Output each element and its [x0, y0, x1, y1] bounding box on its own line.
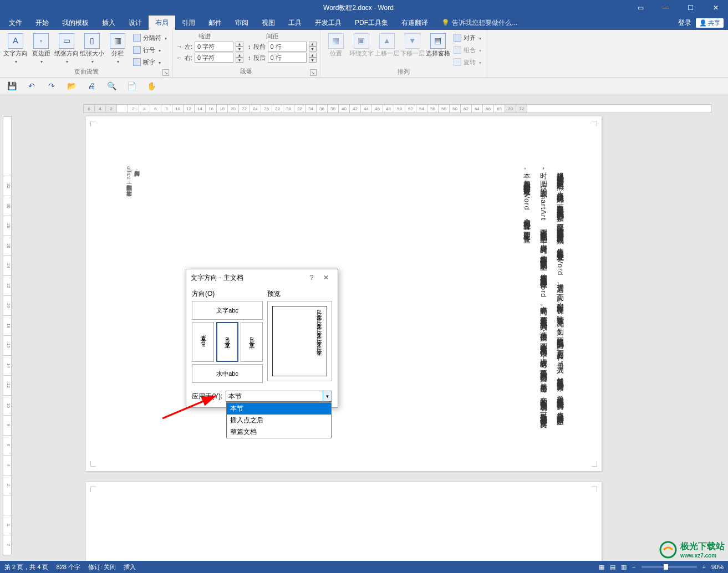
qat-touch-icon[interactable]: ✋: [146, 81, 156, 91]
zoom-in-button[interactable]: +: [702, 564, 706, 570]
text-direction-dialog: 文字方向 - 主文档 ? ✕ 方向(O) 文字abc 文字abc 文字abc 文…: [186, 269, 338, 408]
chevron-down-icon: [164, 34, 167, 41]
qat-print-icon[interactable]: 🖨: [86, 81, 96, 91]
tab-insert[interactable]: 插入: [95, 16, 122, 30]
spin-up[interactable]: ▲: [236, 53, 243, 58]
btn-text-direction[interactable]: A文字方向: [3, 32, 28, 65]
wrap-icon: ▣: [354, 33, 369, 49]
orient-option-v2[interactable]: 文字abc: [216, 322, 238, 362]
zoom-level[interactable]: 90%: [711, 564, 724, 570]
btn-forward[interactable]: ▲上移一层: [375, 32, 399, 57]
orient-option-v3[interactable]: 文字abc: [241, 322, 263, 362]
spin-up[interactable]: ▲: [236, 42, 243, 47]
tab-references[interactable]: 引用: [175, 16, 202, 30]
btn-rotate[interactable]: 旋转: [451, 57, 483, 68]
tab-design[interactable]: 设计: [122, 16, 149, 30]
window-title: Word教程2.docx - Word: [89, 3, 628, 13]
document-vertical-text[interactable]: 视频提供了功能强大的方法帮助您证明您的观点。当您单击联机视频时，可以在想要添加的…: [363, 166, 568, 416]
login-button[interactable]: 登录: [678, 18, 691, 28]
btn-align[interactable]: 对齐: [451, 32, 483, 43]
btn-selection-pane[interactable]: ▤选择窗格: [426, 32, 450, 57]
view-web-icon[interactable]: ▥: [621, 564, 627, 571]
orient-option-horizontal[interactable]: 文字abc: [192, 301, 263, 320]
tab-home[interactable]: 开始: [29, 16, 55, 30]
share-button[interactable]: 👤共享: [696, 18, 724, 28]
spin-down[interactable]: ▼: [236, 58, 243, 63]
zoom-slider[interactable]: [642, 566, 697, 568]
btn-line-numbers[interactable]: 行号: [131, 44, 169, 55]
title-bar: Word教程2.docx - Word ▭ — ☐ ✕: [0, 0, 728, 16]
btn-columns[interactable]: ▥分栏: [105, 32, 130, 65]
dialog-launcher-paragraph[interactable]: ↘: [310, 69, 317, 76]
tab-translate[interactable]: 有道翻译: [395, 16, 435, 30]
minimize-button[interactable]: —: [653, 0, 678, 16]
dropdown-option[interactable]: 整篇文档: [227, 426, 331, 438]
status-page[interactable]: 第 2 页，共 4 页: [4, 563, 48, 571]
chevron-down-icon: [90, 58, 94, 65]
spin-up[interactable]: ▲: [309, 42, 317, 47]
dialog-help-button[interactable]: ?: [304, 274, 319, 282]
spin-up[interactable]: ▲: [309, 53, 317, 58]
btn-group[interactable]: 组合: [451, 44, 483, 55]
tell-me-search[interactable]: 💡 告诉我您想要做什么...: [441, 18, 517, 28]
qat-undo-icon[interactable]: ↶: [27, 81, 37, 91]
btn-margins[interactable]: ▫页边距: [29, 32, 53, 65]
maximize-button[interactable]: ☐: [678, 0, 703, 16]
qat-open-icon[interactable]: 📂: [67, 81, 77, 91]
dialog-close-button[interactable]: ✕: [319, 274, 333, 282]
page-1[interactable]: 参列脚注内容： office 系列软件中的一款，用于处理文字。 视频提供了功能强…: [86, 116, 602, 471]
menu-bar: 文件 开始 我的模板 插入 设计 布局 引用 邮件 审阅 视图 工具 开发工具 …: [0, 16, 728, 30]
space-after-input[interactable]: 0 行: [268, 53, 307, 63]
space-before-input[interactable]: 0 行: [268, 42, 307, 52]
btn-backward[interactable]: ▼下移一层: [400, 32, 425, 57]
view-print-layout-icon[interactable]: ▦: [599, 564, 604, 571]
btn-hyphenation[interactable]: 断字: [131, 57, 169, 68]
zoom-out-button[interactable]: −: [632, 564, 635, 570]
tab-developer[interactable]: 开发工具: [308, 16, 348, 30]
spin-down[interactable]: ▼: [309, 58, 317, 63]
page-2[interactable]: [86, 482, 602, 561]
ruler-horizontal[interactable]: 6422468101214161820222426283032343638404…: [83, 104, 711, 113]
tab-view[interactable]: 视图: [255, 16, 282, 30]
qat-preview-icon[interactable]: 🔍: [106, 81, 116, 91]
indent-left-input[interactable]: 0 字符: [195, 42, 233, 52]
qat-new-icon[interactable]: 📄: [126, 81, 136, 91]
line-numbers-icon: [133, 46, 141, 54]
qat-redo-icon[interactable]: ↷: [47, 81, 57, 91]
indent-right-input[interactable]: 0 字符: [195, 53, 233, 63]
btn-size[interactable]: ▯纸张大小: [80, 32, 104, 65]
crop-mark-icon: [90, 121, 96, 126]
qat-save-icon[interactable]: 💾: [7, 81, 17, 91]
tab-file[interactable]: 文件: [2, 16, 29, 30]
view-read-icon[interactable]: ▤: [610, 564, 615, 571]
dialog-launcher-page-setup[interactable]: ↘: [162, 69, 169, 76]
status-words[interactable]: 828 个字: [56, 563, 80, 571]
status-track[interactable]: 修订: 关闭: [88, 563, 116, 571]
spin-down[interactable]: ▼: [236, 47, 243, 52]
tab-review[interactable]: 审阅: [228, 16, 255, 30]
spin-down[interactable]: ▼: [309, 47, 317, 52]
tab-pdf[interactable]: PDF工具集: [348, 16, 395, 30]
tab-tools[interactable]: 工具: [282, 16, 308, 30]
orient-option-h2[interactable]: 水中abc: [192, 364, 263, 383]
zoom-thumb[interactable]: [664, 564, 668, 570]
ribbon: A文字方向 ▫页边距 ▭纸张方向 ▯纸张大小 ▥分栏 分隔符 行号 断字 页面设…: [0, 30, 728, 78]
preview-box: 文字abc文字abc文字abc文字abc文字abc ↖: [267, 301, 332, 381]
tab-mail[interactable]: 邮件: [202, 16, 228, 30]
tab-templates[interactable]: 我的模板: [55, 16, 95, 30]
btn-wrap[interactable]: ▣环绕文字: [349, 32, 374, 57]
apply-to-select[interactable]: 本节 ▼ 本节 插入点之后 整篇文档: [226, 391, 332, 402]
ribbon-options-icon[interactable]: ▭: [628, 0, 653, 16]
btn-breaks[interactable]: 分隔符: [131, 32, 169, 43]
orient-option-v1[interactable]: 文字abc: [192, 322, 214, 362]
status-insert[interactable]: 插入: [124, 563, 136, 571]
space-before-icon: ↕: [248, 43, 251, 50]
tab-layout[interactable]: 布局: [149, 16, 175, 30]
close-button[interactable]: ✕: [703, 0, 728, 16]
btn-orientation[interactable]: ▭纸张方向: [54, 32, 79, 65]
dropdown-option[interactable]: 本节: [227, 403, 331, 415]
ruler-vertical[interactable]: 212468101214161820222426283032: [3, 116, 12, 555]
btn-position[interactable]: ▦位置: [324, 32, 348, 57]
dialog-titlebar[interactable]: 文字方向 - 主文档 ? ✕: [186, 269, 338, 286]
dropdown-option[interactable]: 插入点之后: [227, 415, 331, 426]
